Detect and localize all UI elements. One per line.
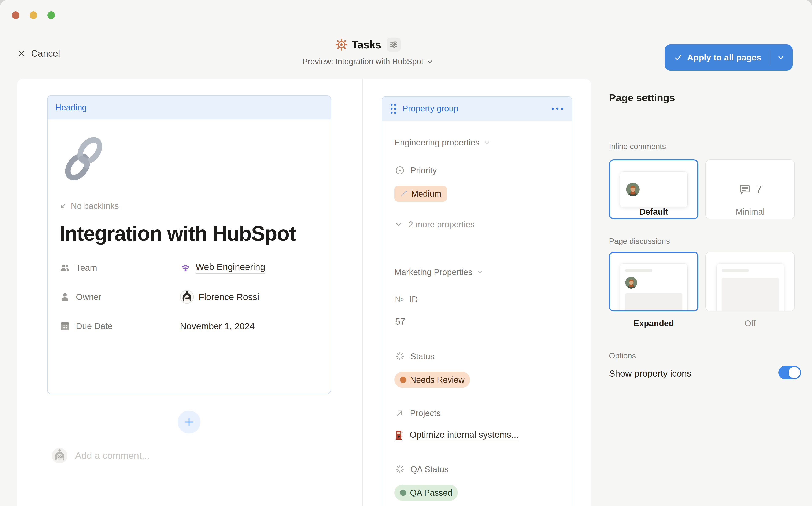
chevron-down-icon — [477, 269, 483, 276]
field-qa-status[interactable]: QA Status — [395, 464, 449, 474]
ship-wheel-icon — [335, 38, 348, 51]
fuel-pump-emoji — [394, 429, 405, 441]
minimize-window-button[interactable] — [29, 11, 37, 19]
page-settings-title: Page settings — [609, 92, 795, 104]
backlinks-indicator[interactable]: No backlinks — [60, 201, 319, 211]
florence-avatar — [180, 290, 194, 304]
more-properties-label: 2 more properties — [408, 220, 474, 229]
property-row-owner[interactable]: Owner — [60, 286, 319, 307]
document-title[interactable]: Integration with HubSpot — [60, 216, 319, 251]
due-date-value[interactable]: November 1, 2024 — [180, 321, 255, 331]
property-group-label: Property group — [402, 104, 458, 113]
layout-settings-button[interactable] — [386, 37, 400, 52]
projects-label: Projects — [410, 409, 441, 418]
comment-input[interactable] — [75, 450, 265, 461]
section-engineering-properties[interactable]: Engineering properties — [394, 138, 490, 147]
status-value-pill[interactable]: Needs Review — [394, 372, 470, 388]
team-label: Team — [76, 263, 97, 273]
team-value-link[interactable]: Web Engineering — [196, 262, 265, 274]
status-spinner-icon — [395, 351, 405, 361]
needle-emoji — [400, 190, 408, 197]
preview-page-selector[interactable]: Preview: Integration with HubSpot — [302, 57, 434, 66]
inline-comments-label: Inline comments — [609, 142, 666, 151]
chevron-down-icon — [394, 220, 403, 229]
close-icon — [17, 49, 25, 58]
add-block-button[interactable] — [178, 411, 200, 433]
calendar-icon — [60, 321, 70, 332]
property-group-header[interactable]: Property group — [382, 97, 572, 120]
apply-label: Apply to all pages — [687, 53, 761, 63]
status-dot — [400, 376, 406, 383]
priority-label: Priority — [411, 166, 437, 175]
wifi-purple-icon — [180, 262, 191, 273]
property-group-card[interactable]: Property group Engineering properties — [382, 96, 572, 506]
cancel-button[interactable]: Cancel — [17, 48, 60, 59]
projects-value-row[interactable]: Optimize internal systems... — [394, 429, 519, 441]
show-property-icons-toggle[interactable] — [779, 366, 801, 380]
heading-section-body: No backlinks Integration with HubSpot — [48, 119, 331, 336]
heading-section-header[interactable]: Heading — [48, 96, 331, 119]
property-rows: Team Web Engineering — [60, 257, 319, 336]
default-option-label: Default — [609, 207, 699, 217]
document-header: Tasks Preview: Integration with HubSpot — [302, 37, 434, 66]
drag-handle-icon[interactable] — [390, 103, 397, 114]
status-value: Needs Review — [410, 375, 465, 385]
property-row-due-date[interactable]: Due Date November 1, 2024 — [60, 316, 319, 336]
page-preview-panel: Heading No backlinks Integration wit — [17, 79, 591, 506]
sliders-icon — [389, 40, 398, 49]
apply-to-all-pages-button[interactable]: Apply to all pages — [664, 45, 793, 71]
close-window-button[interactable] — [12, 11, 19, 19]
more-properties-toggle[interactable]: 2 more properties — [394, 220, 474, 229]
expanded-option-label: Expanded — [609, 319, 699, 328]
owner-label: Owner — [76, 292, 101, 302]
current-user-avatar — [52, 448, 68, 463]
page-discussions-option-expanded[interactable] — [609, 252, 699, 312]
person-icon — [60, 291, 70, 303]
plus-icon — [183, 416, 195, 428]
field-status[interactable]: Status — [395, 351, 434, 361]
owner-value[interactable]: Florence Rossi — [198, 292, 259, 302]
default-option-preview — [620, 172, 688, 207]
field-projects[interactable]: Projects — [395, 408, 441, 418]
page-settings-panel: Page settings Inline comments — [609, 92, 795, 104]
status-label: Status — [411, 352, 434, 361]
page-discussions-label: Page discussions — [609, 237, 670, 246]
priority-value-tag[interactable]: Medium — [394, 186, 447, 201]
id-value: 57 — [395, 317, 405, 327]
qa-status-dot — [400, 490, 406, 496]
qa-status-value-pill[interactable]: QA Passed — [394, 485, 458, 501]
chevron-down-icon — [483, 139, 490, 146]
status-spinner-icon — [395, 464, 405, 474]
minimal-comment-count: 7 — [755, 183, 762, 196]
chevron-down-icon — [426, 58, 434, 65]
property-row-team[interactable]: Team Web Engineering — [60, 257, 319, 278]
priority-icon — [395, 165, 405, 175]
heading-section-card[interactable]: Heading No backlinks Integration wit — [47, 95, 331, 394]
due-date-label: Due Date — [76, 321, 112, 331]
id-label: ID — [410, 295, 418, 304]
field-id[interactable]: № ID — [395, 295, 418, 304]
customize-page-window: Cancel Tasks — [0, 0, 812, 506]
engineering-properties-label: Engineering properties — [394, 138, 479, 147]
preview-avatar — [625, 277, 637, 288]
page-discussions-option-off[interactable] — [705, 252, 795, 312]
apply-dropdown-chevron-icon[interactable] — [777, 54, 785, 62]
more-options-icon[interactable] — [551, 106, 564, 111]
button-divider — [770, 50, 770, 65]
show-property-icons-label: Show property icons — [609, 368, 692, 379]
field-priority[interactable]: Priority — [395, 165, 437, 175]
chain-links-page-icon[interactable] — [60, 133, 108, 185]
section-marketing-properties[interactable]: Marketing Properties — [394, 267, 483, 277]
zoom-window-button[interactable] — [48, 11, 55, 19]
add-comment-row[interactable] — [52, 448, 265, 463]
id-value-row[interactable]: 57 — [395, 317, 405, 327]
expanded-option-preview — [620, 264, 688, 312]
qa-status-value: QA Passed — [410, 488, 452, 498]
numero-sign: № — [395, 295, 404, 304]
preview-label: Preview: Integration with HubSpot — [302, 57, 423, 66]
check-icon — [674, 53, 683, 62]
off-option-label: Off — [705, 319, 795, 328]
toggle-knob — [789, 367, 800, 378]
projects-value-link[interactable]: Optimize internal systems... — [410, 430, 519, 441]
off-option-preview — [717, 264, 784, 312]
